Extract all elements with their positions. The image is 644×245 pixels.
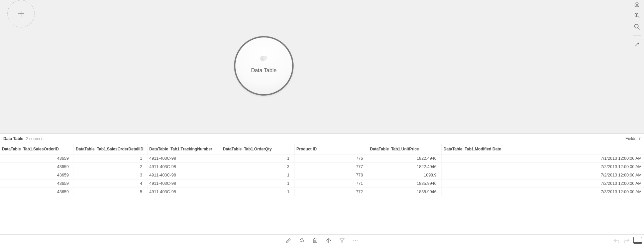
cell-productid: 772 bbox=[294, 188, 368, 196]
redo-icon bbox=[624, 238, 630, 243]
home-button[interactable] bbox=[634, 1, 640, 7]
cell-qty: 1 bbox=[221, 171, 294, 179]
cell-tracking: 4911-403C-98 bbox=[147, 179, 221, 188]
home-icon bbox=[634, 1, 640, 7]
table-row[interactable]: 4365934911-403C-9817781098.97/2/2013 12:… bbox=[0, 171, 644, 179]
delete-button[interactable] bbox=[312, 237, 319, 244]
zoom-button[interactable] bbox=[634, 23, 640, 30]
svg-point-21 bbox=[353, 240, 354, 241]
cell-productid: 776 bbox=[294, 154, 368, 163]
data-model-canvas[interactable]: Data Table bbox=[0, 0, 644, 133]
col-productid[interactable]: Product ID bbox=[294, 144, 368, 154]
table-row[interactable]: 4365954911-403C-9817721835.99467/3/2013 … bbox=[0, 188, 644, 196]
cell-modified: 7/2/2013 12:00:00 AM bbox=[441, 171, 644, 179]
cell-tracking: 4911-403C-98 bbox=[147, 188, 221, 196]
cell-salesorderid: 43659 bbox=[0, 179, 74, 188]
canvas-tools bbox=[633, 1, 641, 48]
plus-icon bbox=[17, 9, 25, 18]
search-icon bbox=[634, 24, 640, 30]
pencil-icon bbox=[286, 238, 291, 243]
cell-unitprice: 1822.4946 bbox=[368, 163, 441, 171]
col-salesorderdetailid[interactable]: DataTable_Tab1.SalesOrderDetailID bbox=[74, 144, 147, 154]
filter-button[interactable] bbox=[339, 237, 345, 244]
refresh-button[interactable] bbox=[299, 237, 305, 244]
svg-line-5 bbox=[638, 16, 640, 18]
cell-modified: 7/1/2013 12:00:00 AM bbox=[441, 154, 644, 163]
cell-detailid: 4 bbox=[74, 179, 147, 188]
table-fields: Fields: 7 bbox=[626, 136, 641, 141]
cell-unitprice: 1835.9946 bbox=[368, 179, 441, 188]
col-modifieddate[interactable]: DataTable_Tab1.Modified Date bbox=[441, 144, 644, 154]
data-preview-table: DataTable_Tab1.SalesOrderID DataTable_Ta… bbox=[0, 144, 644, 234]
tool-separator bbox=[633, 35, 641, 36]
data-source-icon bbox=[259, 55, 269, 64]
add-source-button[interactable] bbox=[7, 0, 35, 27]
ellipsis-icon bbox=[353, 239, 358, 241]
svg-point-22 bbox=[355, 240, 356, 241]
cell-productid: 777 bbox=[294, 163, 368, 171]
filter-icon bbox=[339, 238, 345, 243]
cell-modified: 7/2/2013 12:00:00 AM bbox=[441, 179, 644, 188]
cell-unitprice: 1098.9 bbox=[368, 171, 441, 179]
cell-salesorderid: 43659 bbox=[0, 163, 74, 171]
cell-unitprice: 1835.9946 bbox=[368, 188, 441, 196]
cell-qty: 3 bbox=[221, 163, 294, 171]
data-table-bubble[interactable]: Data Table bbox=[234, 36, 294, 96]
table-row[interactable]: 4365914911-403C-9817761822.49467/1/2013 … bbox=[0, 154, 644, 163]
cell-modified: 7/3/2013 12:00:00 AM bbox=[441, 188, 644, 196]
cell-salesorderid: 43659 bbox=[0, 154, 74, 163]
cell-detailid: 3 bbox=[74, 171, 147, 179]
bubble-label: Data Table bbox=[251, 68, 277, 74]
more-button[interactable] bbox=[352, 237, 359, 244]
cell-qty: 1 bbox=[221, 154, 294, 163]
split-icon bbox=[326, 238, 331, 243]
cell-modified: 7/2/2013 12:00:00 AM bbox=[441, 163, 644, 171]
col-orderqty[interactable]: DataTable_Tab1.OrderQty bbox=[221, 144, 294, 154]
cell-tracking: 4911-403C-98 bbox=[147, 171, 221, 179]
cell-qty: 1 bbox=[221, 188, 294, 196]
table-title: Data Table bbox=[3, 136, 23, 141]
bottom-toolbar bbox=[0, 234, 644, 245]
cell-unitprice: 1822.4946 bbox=[368, 154, 441, 163]
col-salesorderid[interactable]: DataTable_Tab1.SalesOrderID bbox=[0, 144, 74, 154]
edit-button[interactable] bbox=[285, 237, 292, 244]
magic-wand-button[interactable] bbox=[634, 41, 640, 48]
concatenate-button[interactable] bbox=[325, 237, 332, 244]
cell-salesorderid: 43659 bbox=[0, 188, 74, 196]
col-unitprice[interactable]: DataTable_Tab1.UnitPrice bbox=[368, 144, 441, 154]
cell-salesorderid: 43659 bbox=[0, 171, 74, 179]
svg-point-8 bbox=[635, 24, 638, 28]
svg-point-23 bbox=[357, 240, 358, 241]
svg-point-3 bbox=[263, 56, 267, 60]
cell-productid: 778 bbox=[294, 171, 368, 179]
svg-rect-16 bbox=[315, 238, 316, 239]
cell-detailid: 5 bbox=[74, 188, 147, 196]
cell-detailid: 1 bbox=[74, 154, 147, 163]
trash-icon bbox=[313, 238, 318, 243]
cell-qty: 1 bbox=[221, 179, 294, 188]
refresh-icon bbox=[299, 238, 305, 243]
cell-productid: 771 bbox=[294, 179, 368, 188]
col-trackingnumber[interactable]: DataTable_Tab1.TrackingNumber bbox=[147, 144, 221, 154]
redo-button[interactable] bbox=[623, 237, 630, 244]
svg-line-9 bbox=[638, 28, 640, 29]
cell-detailid: 2 bbox=[74, 163, 147, 171]
cell-tracking: 4911-403C-98 bbox=[147, 154, 221, 163]
magic-wand-icon bbox=[634, 42, 640, 47]
view-bar-icon bbox=[634, 242, 642, 243]
table-sources: 2 sources bbox=[26, 136, 43, 141]
cell-tracking: 4911-403C-98 bbox=[147, 163, 221, 171]
undo-icon bbox=[614, 238, 620, 243]
table-row[interactable]: 4365924911-403C-9837771822.49467/2/2013 … bbox=[0, 163, 644, 171]
undo-button[interactable] bbox=[613, 237, 620, 244]
view-toggle-button[interactable] bbox=[633, 237, 642, 244]
table-info-bar: Data Table 2 sources Fields: 7 bbox=[0, 133, 644, 144]
zoom-in-icon bbox=[634, 13, 640, 18]
table-header-row: DataTable_Tab1.SalesOrderID DataTable_Ta… bbox=[0, 144, 644, 154]
table-row[interactable]: 4365944911-403C-9817711835.99467/2/2013 … bbox=[0, 179, 644, 188]
zoom-in-button[interactable] bbox=[634, 12, 640, 19]
